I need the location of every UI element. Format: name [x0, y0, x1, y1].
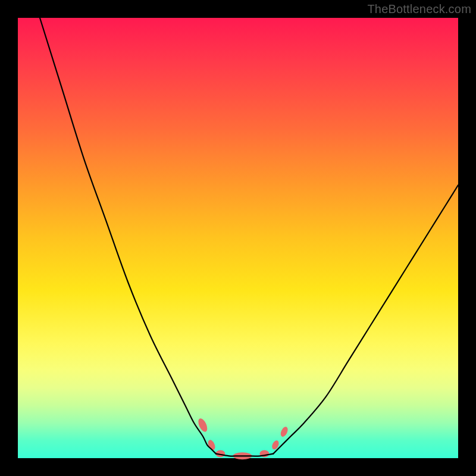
plot-area: [18, 18, 458, 458]
left-curve: [40, 18, 216, 454]
watermark-text: TheBottleneck.com: [367, 2, 471, 16]
trough-marker: [279, 425, 289, 438]
right-curve: [273, 185, 458, 453]
chart-svg: [18, 18, 458, 458]
chart-container: TheBottleneck.com: [0, 0, 476, 476]
markers-group: [196, 417, 289, 459]
